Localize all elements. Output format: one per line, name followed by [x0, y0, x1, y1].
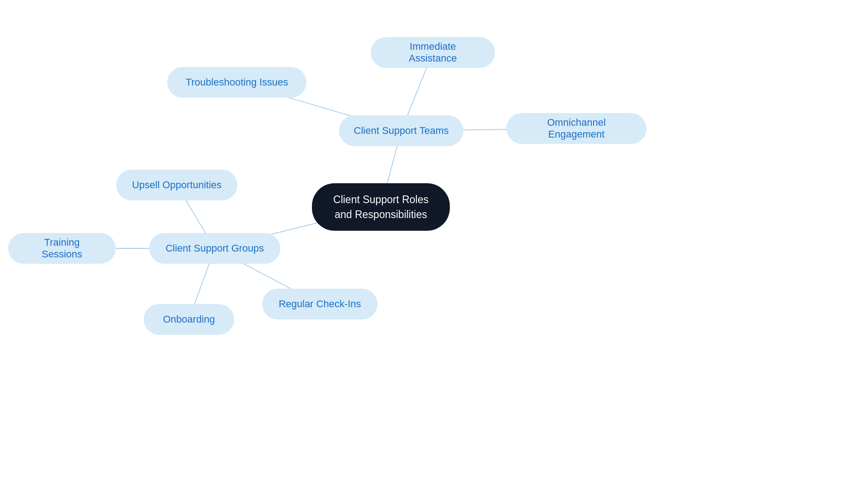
center-node[interactable]: Client Support Roles and Responsibilitie…: [312, 183, 450, 231]
node-client-support-teams[interactable]: Client Support Teams: [339, 115, 463, 146]
node-omnichannel[interactable]: Omnichannel Engagement: [506, 113, 646, 144]
node-regular-checkins[interactable]: Regular Check-Ins: [262, 289, 377, 319]
node-training-sessions[interactable]: Training Sessions: [8, 233, 116, 264]
node-client-support-groups[interactable]: Client Support Groups: [149, 233, 280, 264]
node-onboarding[interactable]: Onboarding: [144, 304, 234, 335]
node-upsell[interactable]: Upsell Opportunities: [116, 170, 237, 200]
node-troubleshooting[interactable]: Troubleshooting Issues: [167, 67, 307, 98]
node-immediate-assistance[interactable]: Immediate Assistance: [371, 37, 495, 68]
